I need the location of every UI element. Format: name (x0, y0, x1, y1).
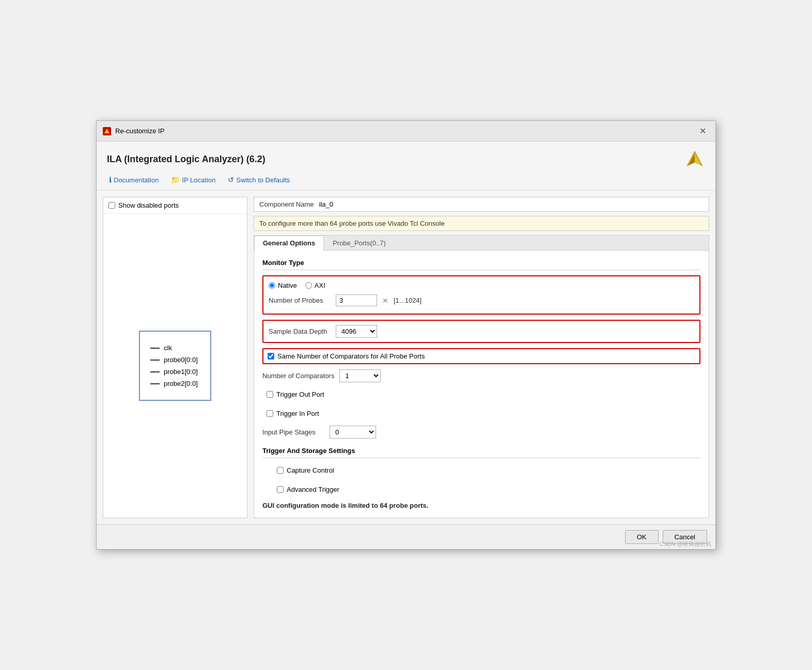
trigger-storage-section: Capture Control Advanced Trigger (262, 463, 700, 496)
trigger-out-label: Trigger Out Port (276, 391, 324, 398)
switch-defaults-label: Switch to Defaults (236, 176, 290, 184)
tab-general-options[interactable]: General Options (254, 236, 324, 251)
trigger-storage-title: Trigger And Storage Settings (262, 447, 700, 458)
pin-line-clk (150, 348, 160, 349)
trigger-in-label: Trigger In Port (276, 410, 319, 417)
tab-probe-ports[interactable]: Probe_Ports(0..7) (324, 236, 395, 250)
num-probes-row: Number of Probes ✕ [1...1024] (269, 294, 694, 306)
pin-line-probe2 (150, 383, 160, 384)
title-bar-text: Re-customize IP (115, 127, 164, 135)
pin-probe1: probe1[0:0] (150, 368, 200, 376)
folder-icon: 📁 (171, 176, 180, 184)
sample-data-depth-select[interactable]: 4096 1024 2048 8192 (336, 325, 377, 338)
input-pipe-label: Input Pipe Stages (262, 428, 324, 436)
vivado-logo (684, 149, 705, 169)
component-name-label: Component Name (259, 200, 314, 208)
trigger-in-row: Trigger In Port (262, 407, 700, 420)
dialog-footer: OK Cancel CSDN @听风说听风 (97, 524, 715, 549)
num-probes-label: Number of Probes (269, 297, 331, 304)
toolbar: ℹ Documentation 📁 IP Location ↺ Switch t… (107, 175, 705, 185)
advanced-trigger-label: Advanced Trigger (287, 486, 339, 493)
ic-box: clk probe0[0:0] probe1[0:0] probe2[0:0] (139, 331, 211, 401)
num-probes-input[interactable] (336, 294, 377, 306)
monitor-type-title: Monitor Type (262, 259, 700, 270)
show-disabled-ports-checkbox[interactable] (108, 202, 115, 209)
capture-control-label: Capture Control (287, 466, 334, 474)
num-comparators-label: Number of Comparators (262, 372, 334, 380)
main-content: Show disabled ports clk probe0[0:0] pr (97, 191, 715, 524)
pin-label-probe2: probe2[0:0] (164, 380, 198, 387)
pin-label-probe0: probe0[0:0] (164, 356, 198, 364)
advanced-trigger-checkbox[interactable] (277, 486, 284, 493)
component-name-input[interactable] (319, 200, 704, 208)
watermark: CSDN @听风说听风 (660, 540, 711, 548)
header-section: ILA (Integrated Logic Analyzer) (6.2) ℹ … (97, 142, 715, 191)
right-panel: Component Name To configure more than 64… (254, 197, 709, 518)
pin-label-clk: clk (164, 344, 172, 352)
radio-native-text: Native (278, 282, 297, 289)
num-comparators-row: Number of Comparators 1 2 4 (262, 369, 700, 382)
app-icon (103, 127, 111, 135)
info-banner: To configure more than 64 probe ports us… (254, 216, 709, 231)
input-pipe-select[interactable]: 0 1 2 (330, 426, 376, 439)
title-bar-left: Re-customize IP (103, 127, 164, 135)
tabs-container: General Options Probe_Ports(0..7) Monito… (254, 235, 709, 518)
ip-location-label: IP Location (182, 176, 215, 184)
pin-line-probe1 (150, 371, 160, 372)
radio-axi-label[interactable]: AXI (305, 282, 325, 289)
advanced-trigger-row: Advanced Trigger (273, 482, 700, 496)
refresh-icon: ↺ (228, 176, 234, 184)
ip-location-button[interactable]: 📁 IP Location (169, 175, 217, 185)
sample-data-depth-box: Sample Data Depth 4096 1024 2048 8192 (262, 320, 700, 343)
doc-label: Documentation (114, 176, 159, 184)
radio-native-label[interactable]: Native (269, 282, 297, 289)
radio-axi-text: AXI (315, 282, 325, 289)
num-comparators-select[interactable]: 1 2 4 (339, 369, 381, 382)
tab-general-options-label: General Options (263, 239, 315, 247)
left-panel: Show disabled ports clk probe0[0:0] pr (103, 197, 247, 518)
same-comparators-row: Same Number of Comparators for All Probe… (262, 348, 700, 364)
footer-note: GUI configuration mode is limited to 64 … (262, 502, 700, 509)
radio-native[interactable] (269, 282, 275, 289)
show-disabled-ports-label[interactable]: Show disabled ports (108, 201, 179, 209)
left-panel-header: Show disabled ports (103, 197, 247, 214)
trigger-out-checkbox[interactable] (267, 391, 273, 398)
pin-probe2: probe2[0:0] (150, 380, 200, 387)
pin-clk: clk (150, 344, 200, 352)
trigger-in-checkbox[interactable] (267, 410, 273, 417)
pin-label-probe1: probe1[0:0] (164, 368, 198, 376)
component-name-row: Component Name (254, 197, 709, 212)
info-banner-text: To configure more than 64 probe ports us… (259, 220, 445, 227)
radio-row: Native AXI (269, 282, 694, 289)
show-disabled-ports-text: Show disabled ports (118, 201, 179, 209)
main-dialog: Re-customize IP ✕ ILA (Integrated Logic … (96, 120, 716, 550)
app-title: ILA (Integrated Logic Analyzer) (6.2) (107, 149, 705, 169)
info-icon: ℹ (109, 176, 112, 184)
ok-button[interactable]: OK (625, 530, 659, 544)
same-comparators-label: Same Number of Comparators for All Probe… (277, 352, 425, 360)
trigger-out-row: Trigger Out Port (262, 387, 700, 401)
input-pipe-row: Input Pipe Stages 0 1 2 (262, 426, 700, 439)
capture-control-row: Capture Control (273, 463, 700, 477)
same-comparators-checkbox[interactable] (268, 353, 274, 360)
documentation-button[interactable]: ℹ Documentation (107, 175, 161, 185)
title-bar: Re-customize IP ✕ (97, 121, 715, 142)
radio-axi[interactable] (305, 282, 312, 289)
monitor-type-box: Native AXI Number of Probes ✕ [1...1024 (262, 275, 700, 315)
component-diagram: clk probe0[0:0] probe1[0:0] probe2[0:0] (103, 214, 247, 518)
switch-defaults-button[interactable]: ↺ Switch to Defaults (226, 175, 292, 185)
probes-range-label: [1...1024] (394, 297, 421, 304)
sample-data-depth-label: Sample Data Depth (269, 328, 331, 335)
close-button[interactable]: ✕ (696, 125, 709, 137)
capture-control-checkbox[interactable] (277, 467, 284, 474)
pin-line-probe0 (150, 360, 160, 361)
clear-probes-button[interactable]: ✕ (382, 297, 388, 305)
tabs-header: General Options Probe_Ports(0..7) (254, 236, 709, 251)
pin-probe0: probe0[0:0] (150, 356, 200, 364)
tab-probe-ports-label: Probe_Ports(0..7) (333, 239, 386, 247)
tab-content-general: Monitor Type Native AXI (254, 251, 709, 518)
app-title-text: ILA (Integrated Logic Analyzer) (6.2) (107, 154, 266, 165)
svg-marker-0 (104, 129, 110, 133)
